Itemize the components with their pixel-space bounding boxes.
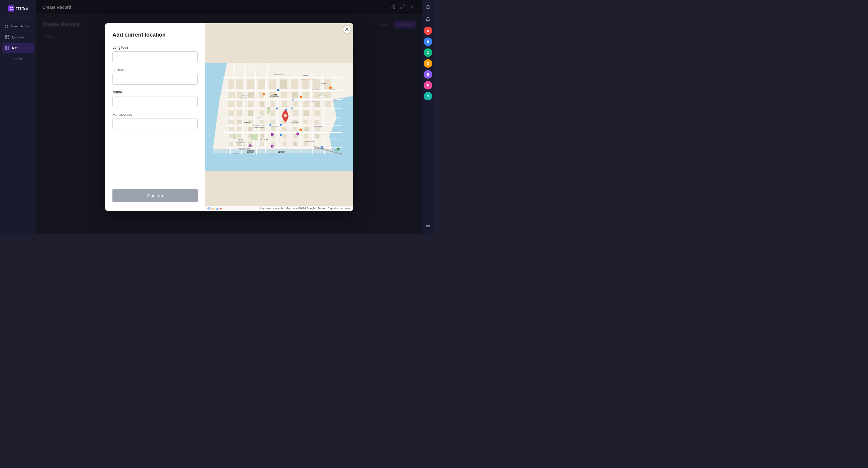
svg-rect-118 (315, 134, 319, 138)
svg-rect-66 (259, 92, 263, 98)
svg-rect-2 (10, 9, 11, 10)
full-address-label: Full address (113, 113, 198, 117)
svg-rect-129 (251, 134, 258, 140)
svg-rect-9 (7, 35, 9, 37)
svg-rect-11 (7, 37, 8, 38)
latitude-label: Latitude (113, 68, 198, 72)
svg-rect-3 (11, 9, 13, 10)
svg-text:Worth St: Worth St (257, 116, 262, 118)
report-error-link[interactable]: Report a map error (328, 207, 350, 210)
svg-rect-119 (230, 142, 233, 146)
svg-text:DISTRICT: DISTRICT (247, 151, 254, 153)
svg-rect-54 (236, 80, 243, 89)
user-avatar-5[interactable]: E (424, 70, 432, 79)
sidebar-item-scan-code[interactable]: Scan code, function, an... (2, 22, 34, 31)
sidebar-item-label: QR code (12, 36, 24, 39)
modal-map-panel: SOHO LOWER MANHATTAN TRIBECA CHINATOWN C… (205, 23, 353, 211)
svg-rect-19 (7, 48, 9, 50)
name-input[interactable] (113, 96, 198, 107)
sidebar: TTZ Test Scan code, function, an... QR c… (0, 0, 36, 234)
svg-text:Canal St: Canal St (330, 89, 336, 90)
main-content: Create Record (36, 0, 422, 234)
keyboard-shortcuts-link[interactable]: Keyboard shortcuts (260, 207, 283, 210)
full-address-input[interactable] (113, 118, 198, 129)
svg-text:Memorial: Memorial (238, 139, 243, 140)
svg-text:Color Factory NYC: Color Factory NYC (274, 74, 284, 75)
svg-rect-107 (293, 127, 297, 131)
svg-text:LOWER: LOWER (272, 94, 277, 95)
svg-rect-110 (230, 134, 234, 138)
svg-rect-58 (280, 80, 287, 89)
add-new-label: + New (14, 57, 23, 60)
latitude-input[interactable] (113, 74, 198, 85)
bell-button[interactable] (423, 14, 433, 24)
svg-rect-10 (5, 37, 7, 39)
user-avatar-2[interactable]: B (424, 37, 432, 46)
sidebar-item-label: Scan code, function, an... (10, 25, 31, 28)
svg-text:New Museum: New Museum (312, 89, 320, 90)
map-svg: SOHO LOWER MANHATTAN TRIBECA CHINATOWN C… (205, 23, 353, 211)
svg-text:Manhattan Bridge: Manhattan Bridge (315, 148, 325, 149)
svg-text:SOHO: SOHO (303, 75, 308, 76)
svg-rect-86 (259, 111, 264, 116)
svg-text:FINANCIAL: FINANCIAL (247, 150, 254, 151)
confirm-button[interactable]: Confirm (113, 189, 198, 202)
menu-button[interactable] (423, 222, 433, 232)
user-avatar-1[interactable]: A (424, 27, 432, 35)
latitude-field: Latitude (113, 68, 198, 85)
svg-point-209 (426, 5, 430, 9)
right-panel: A B C D E F G (422, 0, 434, 234)
terms-link[interactable]: Terms (318, 207, 325, 210)
svg-rect-16 (5, 46, 7, 48)
map-footer: Google Keyboard shortcuts Map data ©2024… (205, 206, 353, 211)
svg-point-208 (284, 114, 287, 117)
user-avatar-6[interactable]: F (424, 81, 432, 89)
svg-rect-33 (205, 153, 353, 171)
svg-text:✦: ✦ (297, 134, 298, 135)
svg-text:Museum at: Museum at (315, 124, 322, 125)
user-avatar-3[interactable]: C (424, 48, 432, 57)
svg-rect-127 (233, 134, 236, 139)
svg-text:Roosevelt Park: Roosevelt Park (318, 94, 327, 96)
svg-rect-55 (247, 80, 254, 89)
svg-rect-82 (326, 101, 331, 107)
svg-rect-17 (7, 46, 9, 48)
longitude-input[interactable] (113, 51, 198, 62)
sidebar-item-test[interactable]: test (2, 43, 34, 53)
svg-rect-68 (281, 92, 287, 98)
svg-text:TRIBECA: TRIBECA (244, 122, 250, 124)
user-avatar-7[interactable]: G (424, 92, 432, 100)
logo-icon (8, 5, 14, 11)
map-view[interactable]: SOHO LOWER MANHATTAN TRIBECA CHINATOWN C… (205, 23, 353, 211)
svg-text:SEAPORT: SEAPORT (278, 151, 285, 153)
svg-rect-70 (303, 92, 309, 98)
svg-rect-69 (292, 92, 298, 98)
svg-text:National Monument: National Monument (254, 127, 264, 128)
search-icon (426, 5, 430, 10)
svg-rect-79 (292, 101, 298, 107)
map-close-button[interactable] (343, 26, 350, 33)
svg-rect-15 (9, 39, 9, 39)
search-button[interactable] (423, 2, 433, 12)
svg-text:Park Place: Park Place (241, 145, 248, 147)
user-avatar-4[interactable]: D (424, 59, 432, 68)
svg-rect-56 (258, 80, 265, 89)
svg-rect-96 (271, 120, 275, 123)
bell-icon (426, 17, 430, 22)
svg-text:Rector St: Rector St (233, 152, 239, 154)
svg-rect-61 (313, 80, 320, 89)
svg-text:⊕: ⊕ (338, 148, 339, 150)
svg-text:Katz's Delicatessen: Katz's Delicatessen (324, 76, 335, 78)
sidebar-item-qr-code[interactable]: QR code (2, 32, 34, 42)
sidebar-add-new[interactable]: + New (11, 55, 25, 62)
modal-title: Add current location (113, 32, 198, 38)
svg-text:Chambers St: Chambers St (271, 125, 278, 127)
svg-rect-74 (237, 101, 242, 107)
svg-rect-95 (259, 120, 264, 123)
svg-rect-106 (282, 127, 286, 131)
svg-rect-60 (302, 80, 309, 89)
svg-line-210 (429, 8, 430, 9)
svg-rect-125 (293, 142, 297, 146)
svg-rect-87 (271, 111, 275, 116)
google-logo: Google (207, 206, 222, 210)
